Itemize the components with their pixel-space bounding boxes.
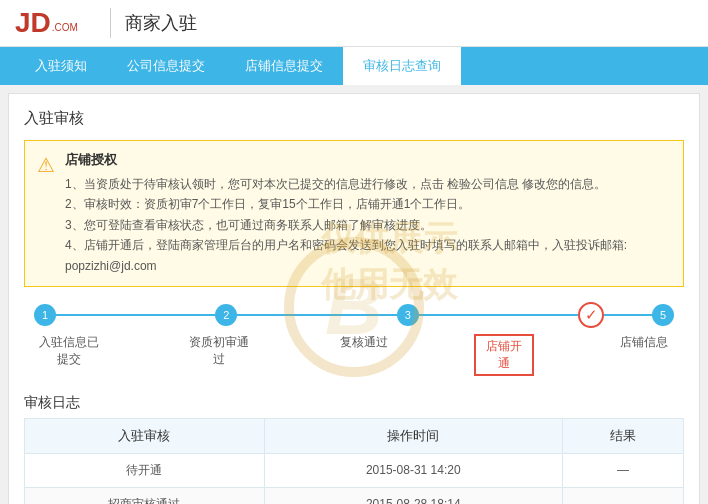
step-3-circle: 3 bbox=[397, 304, 419, 326]
table-row: 待开通 2015-08-31 14:20 — bbox=[25, 453, 684, 487]
step-2-circle: 2 bbox=[215, 304, 237, 326]
logo-jd-text: JD .COM bbox=[15, 9, 78, 37]
row2-col1: 招商审核通过 bbox=[25, 487, 265, 504]
step-1: 1 bbox=[34, 304, 56, 326]
step-line-2 bbox=[237, 314, 396, 316]
step-5-label: 店铺信息 bbox=[614, 334, 674, 351]
steps-labels: 入驻信息已提交 资质初审通过 复核通过 店铺开通 店铺信息 bbox=[34, 334, 674, 376]
jd-text: JD bbox=[15, 9, 51, 37]
nav-item-company[interactable]: 公司信息提交 bbox=[107, 47, 225, 85]
col-header-1: 入驻审核 bbox=[25, 418, 265, 453]
step-3: 3 bbox=[397, 304, 419, 326]
notice-line-1: 1、当资质处于待审核认领时，您可对本次已提交的信息进行修改，点击 检验公司信息 … bbox=[65, 174, 671, 194]
col-header-3: 结果 bbox=[562, 418, 683, 453]
main-content: 入驻审核 ⚠ 店铺授权 1、当资质处于待审核认领时，您可对本次已提交的信息进行修… bbox=[8, 93, 700, 504]
step-1-label: 入驻信息已提交 bbox=[34, 334, 104, 368]
step-2: 2 bbox=[215, 304, 237, 326]
warning-icon: ⚠ bbox=[37, 153, 55, 276]
step-1-circle: 1 bbox=[34, 304, 56, 326]
table-row: 招商审核通过 2015-08-28 18:14 bbox=[25, 487, 684, 504]
nav-item-ruzhi[interactable]: 入驻须知 bbox=[15, 47, 107, 85]
step-line-4 bbox=[604, 314, 652, 316]
col-header-2: 操作时间 bbox=[264, 418, 562, 453]
com-text: .COM bbox=[52, 19, 78, 37]
header: JD .COM 商家入驻 bbox=[0, 0, 708, 47]
steps-section: 1 2 3 ✓ 5 bbox=[24, 302, 684, 384]
notice-title: 店铺授权 bbox=[65, 151, 671, 169]
step-line-1 bbox=[56, 314, 215, 316]
nav-item-store[interactable]: 店铺信息提交 bbox=[225, 47, 343, 85]
logo-divider bbox=[110, 8, 111, 38]
notice-line-4: 4、店铺开通后，登陆商家管理后台的用户名和密码会发送到您入驻时填写的联系人邮箱中… bbox=[65, 235, 671, 276]
step-4-label: 店铺开通 bbox=[474, 334, 534, 376]
step-2-label: 资质初审通过 bbox=[184, 334, 254, 368]
top-nav: 入驻须知 公司信息提交 店铺信息提交 审核日志查询 bbox=[0, 47, 708, 85]
step-4-label-box: 店铺开通 bbox=[474, 334, 534, 376]
nav-item-audit[interactable]: 审核日志查询 bbox=[343, 47, 461, 85]
step-3-label: 复核通过 bbox=[334, 334, 394, 351]
page-title: 入驻审核 bbox=[24, 109, 684, 128]
audit-table: 入驻审核 操作时间 结果 待开通 2015-08-31 14:20 — 招商审核… bbox=[24, 418, 684, 504]
audit-title: 审核日志 bbox=[24, 394, 684, 412]
step-4: ✓ bbox=[578, 302, 604, 328]
step-4-circle: ✓ bbox=[578, 302, 604, 328]
row2-col2: 2015-08-28 18:14 bbox=[264, 487, 562, 504]
app-container: JD .COM 商家入驻 入驻须知 公司信息提交 店铺信息提交 审核日志查询 入… bbox=[0, 0, 708, 504]
step-5-circle: 5 bbox=[652, 304, 674, 326]
notice-content: 店铺授权 1、当资质处于待审核认领时，您可对本次已提交的信息进行修改，点击 检验… bbox=[65, 151, 671, 276]
step-5: 5 bbox=[652, 304, 674, 326]
header-title: 商家入驻 bbox=[125, 11, 197, 35]
step-line-3 bbox=[419, 314, 578, 316]
row1-col2: 2015-08-31 14:20 bbox=[264, 453, 562, 487]
row2-col3 bbox=[562, 487, 683, 504]
logo: JD .COM bbox=[15, 9, 78, 37]
steps-row: 1 2 3 ✓ 5 bbox=[34, 302, 674, 328]
notice-line-3: 3、您可登陆查看审核状态，也可通过商务联系人邮箱了解审核进度。 bbox=[65, 215, 671, 235]
row1-col3: — bbox=[562, 453, 683, 487]
row1-col1: 待开通 bbox=[25, 453, 265, 487]
notice-line-2: 2、审核时效：资质初审7个工作日，复审15个工作日，店铺开通1个工作日。 bbox=[65, 194, 671, 214]
notice-box: ⚠ 店铺授权 1、当资质处于待审核认领时，您可对本次已提交的信息进行修改，点击 … bbox=[24, 140, 684, 287]
